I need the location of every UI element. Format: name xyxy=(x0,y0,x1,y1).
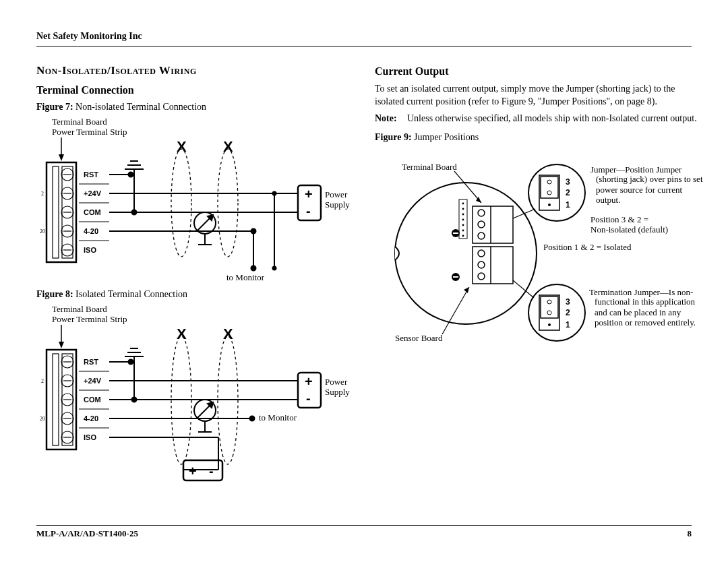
fig8-pin-iso: ISO xyxy=(84,433,96,441)
svg-point-90 xyxy=(462,218,464,220)
svg-point-96 xyxy=(478,210,485,216)
fig8-minus2: - xyxy=(209,464,214,478)
svg-point-26 xyxy=(251,266,256,271)
note-label: Note: xyxy=(375,113,407,125)
fig7-diagram: Terminal Board Power Terminal Strip xyxy=(36,115,353,284)
footer-doc-id: MLP-A/AR/AD-ST1400-25 xyxy=(36,528,138,539)
svg-line-113 xyxy=(513,209,535,218)
page: Net Safety Monitoring Inc Non-Isolated/I… xyxy=(0,0,728,562)
svg-marker-44 xyxy=(59,342,64,348)
fig9-sensor-board-label: Sensor Board xyxy=(395,333,443,343)
fig9-top-n1: 1 xyxy=(566,200,570,210)
fig9-bot-n2: 2 xyxy=(566,308,570,317)
fig8-pin-420: 4-20 xyxy=(84,414,98,423)
svg-point-34 xyxy=(272,266,277,271)
svg-line-110 xyxy=(442,287,469,334)
svg-marker-1 xyxy=(59,154,64,161)
fig7-caption-label: Figure 7: xyxy=(36,102,73,112)
fig8-diagram: Terminal Board Power Terminal Strip xyxy=(36,303,353,498)
note-row: Note: Unless otherwise specified, all mo… xyxy=(375,113,702,125)
svg-point-35 xyxy=(171,149,191,257)
fig8-num-2: 2 xyxy=(41,378,44,384)
fig9-tj-title: Termination Jumper—Is non- xyxy=(589,287,693,297)
footer-page-number: 8 xyxy=(688,528,692,539)
fig9-caption: Figure 9: Jumper Positions xyxy=(375,132,702,143)
fig7-power-label: Power xyxy=(325,189,348,199)
fig8-power-terminal-strip-label: Power Terminal Strip xyxy=(52,314,127,324)
fig8-minus1: - xyxy=(306,391,311,406)
running-head: Net Safety Monitoring Inc xyxy=(36,31,692,42)
svg-point-93 xyxy=(462,235,464,237)
svg-rect-3 xyxy=(53,166,59,258)
page-footer: MLP-A/AR/AD-ST1400-25 8 xyxy=(36,525,692,539)
fig7-pin-rst: RST xyxy=(84,170,98,179)
sub-title-current-output: Current Output xyxy=(375,65,702,77)
sub-title-terminal-connection: Terminal Connection xyxy=(36,84,353,96)
svg-point-20 xyxy=(129,173,133,177)
fig8-plus2: + xyxy=(189,464,197,478)
svg-point-99 xyxy=(478,250,485,257)
fig7-power-terminal-strip-label: Power Terminal Strip xyxy=(52,127,127,137)
fig8-plus1: + xyxy=(305,374,313,389)
svg-point-63 xyxy=(129,360,133,365)
fig9-pos32-b: Non-isolated (default) xyxy=(590,224,668,235)
svg-point-119 xyxy=(528,284,585,341)
fig9-jp-title: Jumper—Position Jumper xyxy=(590,164,682,175)
fig7-terminal-board-label: Terminal Board xyxy=(52,117,107,127)
svg-rect-46 xyxy=(53,354,59,445)
fig7-caption: Figure 7: Non-isolated Terminal Connecti… xyxy=(36,102,353,113)
fig9-top-n3: 3 xyxy=(566,177,570,187)
svg-point-97 xyxy=(478,221,485,228)
fig7-pin-420: 4-20 xyxy=(84,227,98,235)
left-column: Non-Isolated/Isolated Wiring Terminal Co… xyxy=(36,59,353,498)
fig9-diagram: Terminal Board Sensor Board xyxy=(375,146,705,354)
fig7-num-20: 20 xyxy=(40,228,45,235)
fig7-minus: - xyxy=(306,204,311,218)
svg-point-92 xyxy=(462,229,464,231)
fig7-plus: + xyxy=(305,187,313,201)
svg-point-91 xyxy=(462,224,464,226)
svg-point-101 xyxy=(478,273,485,280)
svg-line-108 xyxy=(454,171,481,203)
fig8-shield-x-2: X xyxy=(223,325,233,342)
svg-point-125 xyxy=(548,323,551,326)
fig8-pin-com: COM xyxy=(84,396,101,404)
header-rule xyxy=(36,46,692,46)
fig9-top-n2: 2 xyxy=(566,188,570,197)
fig7-pin-com: COM xyxy=(84,208,101,216)
fig9-jp-body: (shorting jack) over pins to set power s… xyxy=(596,174,705,206)
fig8-caption-label: Figure 8: xyxy=(36,289,73,299)
fig7-pin-iso: ISO xyxy=(84,246,96,254)
fig7-to-monitor: to Monitor xyxy=(226,272,265,282)
fig7-caption-text: Non-isolated Terminal Connection xyxy=(75,102,206,112)
fig8-caption-text: Isolated Terminal Connection xyxy=(75,289,187,299)
fig7-pin-24v: +24V xyxy=(84,189,102,197)
fig8-pin-24v: +24V xyxy=(84,377,102,385)
svg-point-118 xyxy=(548,204,551,206)
fig9-bot-n3: 3 xyxy=(566,297,570,307)
svg-rect-105 xyxy=(453,232,458,234)
svg-point-100 xyxy=(478,261,485,268)
fig9-caption-label: Figure 9: xyxy=(375,132,412,142)
fig9-caption-text: Jumper Positions xyxy=(414,132,479,142)
fig8-power-label: Power xyxy=(325,377,348,387)
right-column: Current Output To set an isolated curren… xyxy=(375,59,702,498)
current-output-paragraph: To set an isolated current output, simpl… xyxy=(375,83,702,108)
two-column-layout: Non-Isolated/Isolated Wiring Terminal Co… xyxy=(36,59,692,498)
fig8-terminal-board-label: Terminal Board xyxy=(52,304,107,314)
svg-rect-107 xyxy=(453,276,458,278)
fig9-pos12: Position 1 & 2 = Isolated xyxy=(543,242,632,252)
fig8-caption: Figure 8: Isolated Terminal Connection xyxy=(36,289,353,300)
note-text: Unless otherwise specified, all models s… xyxy=(407,113,697,125)
svg-point-112 xyxy=(528,164,585,221)
fig7-shield-x-1: X xyxy=(177,138,187,155)
section-title-wiring: Non-Isolated/Isolated Wiring xyxy=(36,64,353,77)
fig9-bot-n1: 1 xyxy=(566,320,570,330)
svg-point-89 xyxy=(462,213,464,215)
fig9-pos32-a: Position 3 & 2 = xyxy=(590,214,648,224)
fig8-num-20: 20 xyxy=(40,416,45,422)
footer-rule xyxy=(36,525,692,526)
fig8-shield-x-1: X xyxy=(177,325,187,342)
fig8-pin-rst: RST xyxy=(84,358,98,366)
fig9-tj-body: functional in this application and can b… xyxy=(595,296,705,328)
